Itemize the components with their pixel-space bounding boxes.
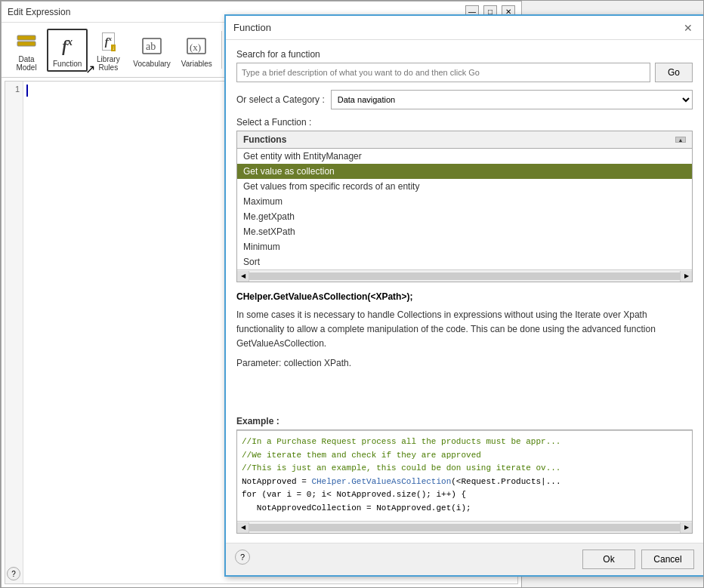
example-line-3: //This is just an example, this could be… [242,463,560,473]
example-line-1: //In a Purchase Request process all the … [242,437,560,446]
function-row-me-getxpath[interactable]: Me.getXpath [237,209,692,224]
library-rules-label: LibraryRules [97,55,120,72]
function-row-me-setxpath[interactable]: Me.setXPath [237,224,692,239]
select-function-label: Select a Function : [236,117,693,128]
example-scroll-right[interactable]: ▶ [680,522,692,533]
functions-header: Functions ▲ [237,131,692,149]
toolbar-library-rules[interactable]: fx ↓ LibraryRules [89,26,127,74]
example-scrollbar-thumb [249,524,680,531]
description-box: CHelper.GetValueAsCollection(<XPath>); I… [236,290,693,405]
example-section: Example : //In a Purchase Request proces… [236,413,693,534]
variables-icon: (x) [183,32,210,60]
svg-text:ab: ab [146,41,156,52]
horiz-scrollbar-thumb [249,272,680,280]
line-number-1: 1 [5,85,20,94]
search-input[interactable] [236,63,650,82]
function-footer: ? Ok Cancel [226,543,703,575]
outer-window: Edit Expression — □ ✕ DataModel [0,0,704,588]
code-help-icon[interactable]: ? [7,567,20,580]
function-panel-title: Function [233,22,271,33]
toolbar-data-model[interactable]: DataModel [8,26,45,74]
example-code-content[interactable]: //In a Purchase Request process all the … [237,430,692,521]
function-row-minimum[interactable]: Minimum [237,239,692,254]
toolbar-sep [221,31,222,69]
function-panel: Function ✕ Search for a function Go Or s… [224,14,704,577]
function-row-get-value-collection[interactable]: Get value as collection [237,164,692,179]
example-line-2: //We iterate them and check if they are … [242,451,481,460]
edit-expression-title: Edit Expression [8,7,70,17]
function-description: In some cases it is necessary to handle … [236,308,693,352]
function-close-button[interactable]: ✕ [681,20,696,35]
scroll-left-btn[interactable]: ◀ [237,271,249,282]
function-row-get-entity[interactable]: Get entity with EntityManager [237,149,692,164]
function-label: Function [53,60,82,68]
functions-header-text: Functions [243,134,286,145]
example-line-6: NotApprovedCollection = NotApproved.get(… [242,503,471,513]
example-line-5: for (var i = 0; i< NotApproved.size(); i… [242,490,466,499]
search-row: Go [236,63,693,82]
category-select[interactable]: Data navigation String Math Date Logic [331,90,693,109]
toolbar-variables[interactable]: (x) Variables [177,30,217,70]
search-label: Search for a function [236,49,693,60]
example-horiz-scrollbar: ◀ ▶ [237,521,692,533]
functions-table: Functions ▲ Get entity with EntityManage… [236,131,693,282]
example-label: Example : [236,413,693,429]
toolbar-function[interactable]: fx Function ↗ [47,29,88,72]
library-rules-icon: fx ↓ [94,28,122,55]
horiz-scrollbar: ◀ ▶ [237,269,692,282]
example-scroll-left[interactable]: ◀ [237,522,249,533]
ok-button[interactable]: Ok [582,550,635,569]
category-label: Or select a Category : [236,94,325,105]
example-line-4: NotApproved = CHelper.GetValueAsCollecti… [242,477,561,486]
svg-rect-1 [17,42,36,46]
toolbar-vocabulary[interactable]: ab Vocabulary [128,30,174,70]
data-model-label: DataModel [16,55,36,72]
function-body: Search for a function Go Or select a Cat… [226,40,703,543]
svg-text:(x): (x) [190,42,201,53]
function-titlebar: Function ✕ [226,16,703,40]
footer-help-icon[interactable]: ? [235,550,250,565]
function-row-maximum[interactable]: Maximum [237,194,692,209]
search-section: Search for a function Go [236,49,693,82]
scroll-up-btn[interactable]: ▲ [675,137,686,143]
function-parameter: Parameter: collection XPath. [236,356,693,370]
variables-label: Variables [181,60,212,68]
function-icon: fx [54,32,81,60]
cancel-button[interactable]: Cancel [641,550,694,569]
functions-list[interactable]: Get entity with EntityManager Get value … [237,149,692,269]
function-signature: CHelper.GetValueAsCollection(<XPath>); [236,290,693,303]
vocabulary-label: Vocabulary [133,60,170,68]
svg-rect-0 [17,35,36,40]
go-button[interactable]: Go [655,63,693,82]
category-row: Or select a Category : Data navigation S… [236,90,693,109]
function-row-get-values-specific[interactable]: Get values from specific records of an e… [237,179,692,194]
vocabulary-icon: ab [138,32,165,60]
scroll-right-btn[interactable]: ▶ [680,271,692,282]
line-numbers: 1 [5,82,23,583]
function-row-sort[interactable]: Sort [237,254,692,269]
data-model-icon [13,28,40,55]
select-function-section: Select a Function : Functions ▲ Get enti… [236,117,693,282]
example-code-box: //In a Purchase Request process all the … [236,429,693,534]
